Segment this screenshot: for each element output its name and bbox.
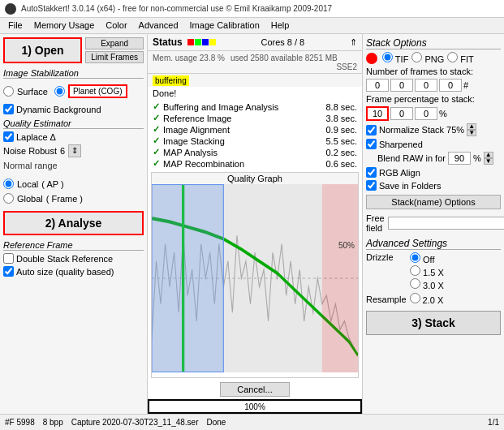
- page-info: 1/1: [488, 418, 499, 427]
- blend-pct: %: [473, 153, 481, 163]
- frame-field-2[interactable]: [415, 79, 437, 92]
- upload-icon[interactable]: ⇑: [350, 37, 357, 48]
- save-folders-label: Save in Folders: [379, 181, 441, 191]
- frame-field-1[interactable]: [390, 79, 413, 92]
- limit-frames-button[interactable]: Limit Frames: [85, 51, 144, 63]
- graph-canvas: 50%: [152, 184, 358, 372]
- open-row: 1) Open Expand Limit Frames: [3, 37, 144, 63]
- blend-field[interactable]: [448, 152, 471, 165]
- check-icon-5: ✓: [153, 158, 160, 169]
- noise-adjust-button[interactable]: ⇕: [68, 144, 81, 157]
- normalize-down[interactable]: ▼: [467, 130, 476, 136]
- global-option[interactable]: Global ( Frame ): [3, 191, 144, 205]
- menu-color[interactable]: Color: [101, 19, 131, 32]
- local-option[interactable]: Local ( AP ): [3, 177, 144, 191]
- blend-stepper: ▲ ▼: [484, 152, 493, 165]
- cancel-button[interactable]: Cancel...: [220, 382, 289, 397]
- svg-rect-4: [322, 184, 358, 372]
- menu-calibration[interactable]: Image Calibration: [185, 19, 265, 32]
- surface-label: Surface: [17, 87, 48, 97]
- check-icon-1: ✓: [153, 113, 160, 123]
- progress-value-1: 3.8 sec.: [325, 114, 357, 123]
- fit-option[interactable]: FIT: [447, 52, 474, 64]
- free-field-input[interactable]: [388, 217, 504, 230]
- drizzle-off-option[interactable]: Off: [410, 252, 444, 264]
- normalize-stepper: ▲ ▼: [467, 123, 476, 136]
- sharpened-row: Sharpened: [366, 139, 501, 149]
- frame-field-3[interactable]: [439, 79, 462, 92]
- frame-field-0[interactable]: [366, 79, 389, 92]
- menu-file[interactable]: File: [3, 19, 28, 32]
- fit-radio[interactable]: [447, 52, 458, 62]
- tif-label: TIF: [395, 54, 409, 64]
- double-stack-checkbox[interactable]: [3, 253, 14, 264]
- menu-advanced[interactable]: Advanced: [134, 19, 183, 32]
- graph-area: Quality Graph: [151, 172, 359, 378]
- mem-info-row: Mem. usage 23.8 % used 2580 available 82…: [148, 51, 362, 74]
- double-stack-label: Double Stack Reference: [16, 254, 113, 264]
- resample-option[interactable]: 2.0 X: [410, 293, 444, 305]
- analyse-button[interactable]: 2) Analyse: [3, 211, 144, 235]
- tif-option[interactable]: TIF: [382, 52, 408, 64]
- save-folders-checkbox[interactable]: [366, 180, 377, 191]
- local-label: Local: [17, 179, 38, 189]
- rgb-align-row: RGB Align: [366, 167, 501, 178]
- blend-down[interactable]: ▼: [484, 158, 493, 165]
- local-radio[interactable]: [3, 178, 14, 189]
- auto-size-label: Auto size (quality based): [16, 267, 114, 277]
- normalize-label: Normalize Stack: [379, 125, 444, 135]
- normalize-checkbox[interactable]: [366, 125, 377, 135]
- mem-detail-text: used 2580 available 8251 MB: [230, 54, 338, 62]
- drizzle-15-radio[interactable]: [410, 265, 420, 276]
- drizzle-30-option[interactable]: 3.0 X: [410, 278, 444, 290]
- planet-option[interactable]: Planet (COG): [54, 83, 127, 100]
- expand-button[interactable]: Expand: [85, 37, 144, 49]
- resample-radio[interactable]: [410, 293, 420, 303]
- drizzle-off-radio[interactable]: [410, 252, 420, 263]
- global-radio[interactable]: [3, 193, 14, 204]
- planet-radio[interactable]: [54, 86, 65, 97]
- png-radio[interactable]: [411, 52, 422, 62]
- laplace-checkbox[interactable]: [3, 131, 14, 142]
- center-panel: Status Cores 8 / 8 ⇑ Mem. usage 23.8 % u…: [148, 34, 362, 414]
- title-text: AutoStakkert! 3.0.14 (x64) - free for no…: [21, 4, 332, 13]
- dynamic-bg-checkbox[interactable]: [3, 104, 14, 114]
- menu-memory[interactable]: Memory Usage: [29, 19, 100, 32]
- auto-size-checkbox[interactable]: [3, 266, 14, 277]
- resample-row: Resample 2.0 X: [366, 293, 501, 305]
- progress-label-4: MAP Analysis: [163, 148, 218, 157]
- app-icon: [5, 3, 16, 15]
- tif-radio[interactable]: [382, 52, 393, 62]
- noise-value: 6: [60, 146, 65, 156]
- rgb-align-checkbox[interactable]: [366, 167, 377, 178]
- sharpened-checkbox[interactable]: [366, 139, 377, 149]
- frame-fields-row: #: [366, 79, 501, 92]
- planet-label: Planet (COG): [68, 84, 127, 98]
- sse2-badge: SSE2: [336, 62, 357, 71]
- pct-field-0[interactable]: [366, 106, 389, 121]
- global-label: Global: [17, 194, 43, 204]
- stack-button[interactable]: 3) Stack: [366, 311, 501, 335]
- drizzle-15-option[interactable]: 1.5 X: [410, 265, 444, 277]
- stack-name-button[interactable]: Stack(name) Options: [366, 195, 501, 209]
- status-bar-top: Status Cores 8 / 8 ⇑: [148, 34, 362, 51]
- surface-radio[interactable]: [3, 86, 14, 97]
- drizzle-row: Drizzle Off 1.5 X 3.0 X: [366, 252, 501, 290]
- noise-row: Noise Robust 6 ⇕: [3, 144, 144, 157]
- pct-field-1[interactable]: [390, 107, 413, 120]
- check-icon-2: ✓: [153, 124, 160, 135]
- png-option[interactable]: PNG: [411, 52, 444, 64]
- format-row: TIF PNG FIT: [366, 52, 501, 64]
- progress-item-5: ✓ MAP Recombination 0.6 sec.: [153, 158, 357, 169]
- progress-bar-inner: 100%: [149, 401, 360, 412]
- image-stabilization-title: Image Stabilization: [3, 68, 144, 79]
- surface-option[interactable]: Surface: [3, 84, 48, 98]
- pct-field-2[interactable]: [415, 107, 437, 120]
- open-button[interactable]: 1) Open: [3, 37, 82, 63]
- progress-item-1: ✓ Reference Image 3.8 sec.: [153, 113, 357, 123]
- drizzle-label: Drizzle: [366, 252, 407, 290]
- stabilization-options: Surface Planet (COG): [3, 81, 144, 101]
- menu-help[interactable]: Help: [266, 19, 295, 32]
- drizzle-30-radio[interactable]: [410, 278, 420, 289]
- check-icon-4: ✓: [153, 147, 160, 157]
